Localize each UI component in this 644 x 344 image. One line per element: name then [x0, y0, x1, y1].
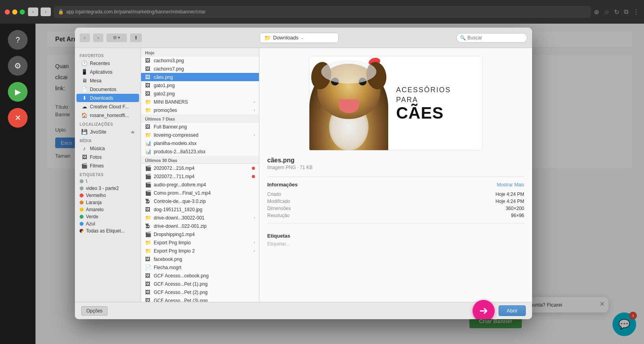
file-name-gcf1: GCF Acesso...cebook.png [154, 273, 255, 279]
file-item-audio[interactable]: 🎬 audio-pregr...dolivre.mp4 [141, 180, 259, 189]
file-item-export2[interactable]: 📁 Export Png limpio 2 › [141, 247, 259, 255]
file-item-dog[interactable]: 🖼 dog-1951211_1920.jpg [141, 205, 259, 214]
file-item-controle[interactable]: 🗜 Controle-de...que-3.0.zip [141, 197, 259, 205]
file-name-produtos: produtos-2...8a5123.xlsx [154, 149, 255, 154]
etiqueta-label-todas: Todas as Etiquet... [86, 228, 125, 234]
file-item-fullbanner[interactable]: 🖼 Full Banner.png [141, 123, 259, 131]
settings-button[interactable]: ⚙ [8, 56, 28, 76]
file-item-produtos[interactable]: 📊 produtos-2...8a5123.xlsx [141, 147, 259, 156]
etiqueta-item-azul[interactable]: Azul [75, 220, 141, 227]
etiquetas-section: Etiquetas Etiquetar... [267, 223, 524, 247]
sidebar-item-downloads[interactable]: ⬇ Downloads [76, 94, 139, 102]
refresh-icon[interactable]: ↻ [614, 8, 619, 16]
close-button[interactable]: ✕ [8, 108, 28, 128]
folder-icon-export2: 📁 [145, 248, 151, 254]
sidebar-item-fotos[interactable]: 🖼 Fotos [76, 153, 139, 161]
file-item-gcf4[interactable]: 🖼 GCF Acesso...Pet (3).png [141, 296, 259, 302]
forward-btn[interactable]: › [41, 7, 51, 16]
etiqueta-item-backslash[interactable]: \ [75, 178, 141, 185]
file-name-dropshipping: Dropshipping1.mp4 [154, 232, 255, 237]
etiqueta-item-laranja[interactable]: Laranja [75, 199, 141, 206]
sidebar-item-recentes[interactable]: 🕐 Recentes [76, 59, 139, 67]
drive-icon: 💾 [81, 129, 87, 135]
dog-preview: ACESSÓRIOS PARA CÃES [309, 56, 482, 150]
folder-arrow-promo-icon: › [254, 108, 255, 112]
open-button[interactable]: Abrir [499, 305, 526, 316]
url-bar[interactable]: 🔒 app.lojaintegrada.com.br/painel/market… [54, 6, 591, 18]
file-item-promocoes[interactable]: 📁 promoções › [141, 106, 259, 114]
help-button[interactable]: ? [8, 30, 28, 50]
etiquetas-section-label: Etiquetas [75, 170, 141, 178]
image-icon-10: 🖼 [145, 281, 151, 287]
file-item-gato1[interactable]: 🖼 gato1.png [141, 81, 259, 89]
file-item-como-prom[interactable]: 🎬 Como prom...Final_v1.mp4 [141, 189, 259, 197]
etiqueta-item-vermelho[interactable]: Vermelho [75, 192, 141, 199]
finder-forward-btn[interactable]: › [93, 33, 103, 42]
file-item-flecha[interactable]: 📄 Flecha.mogrt [141, 263, 259, 271]
file-item-gcf3[interactable]: 🖼 GCF Acesso...Pet (2).png [141, 288, 259, 296]
file-item-mini-banners[interactable]: 📁 MINI BANNERS › [141, 98, 259, 106]
file-item-cachorro3[interactable]: 🖼 cachorro3.png [141, 56, 259, 65]
sidebar-item-filmes[interactable]: 🎬 Filmes [76, 162, 139, 170]
file-item-gcf2[interactable]: 🖼 GCF Acesso...Pet (1).png [141, 280, 259, 288]
etiqueta-item-video3[interactable]: video 3 - parte2 [75, 185, 141, 192]
file-item-iloveimg[interactable]: 📁 iloveimg-compressed › [141, 131, 259, 139]
file-name-fullbanner: Full Banner.png [154, 124, 255, 130]
file-item-drive1[interactable]: 📁 drive-downl...30022-001 › [141, 214, 259, 222]
mostrar-mais-link[interactable]: Mostrar Mais [497, 182, 524, 188]
etiqueta-item-amarelo[interactable]: Amarelo [75, 206, 141, 213]
image-icon: 🖼 [145, 58, 151, 63]
file-item-gcf1[interactable]: 🖼 GCF Acesso...cebook.png [141, 271, 259, 280]
sidebar-item-aplicativos[interactable]: 📱 Aplicativos [76, 68, 139, 76]
eject-icon[interactable]: ⏏ [131, 130, 134, 134]
finder-search[interactable]: 🔍 [456, 33, 527, 43]
file-name-export2: Export Png limpio 2 [154, 248, 251, 254]
etiqueta-input[interactable]: Etiquetar... [267, 241, 524, 247]
file-name-gcf3: GCF Acesso...Pet (2).png [154, 290, 255, 295]
star-icon[interactable]: ☆ [604, 8, 609, 16]
sidebar-item-creative-cloud[interactable]: ☁ Creative Cloud F... [76, 102, 139, 111]
file-item-caes[interactable]: 🖼 cães.png [141, 73, 259, 81]
file-item-video1[interactable]: 🎬 2020072...216.mp4 [141, 164, 259, 172]
settings-icon[interactable]: ⋮ [633, 8, 639, 16]
close-window-btn[interactable] [5, 9, 10, 15]
maximize-window-btn[interactable] [20, 9, 25, 15]
file-item-cachorro7[interactable]: 🖼 cachorro7.png [141, 65, 259, 73]
file-name-promocoes: promoções [154, 108, 251, 113]
file-item-dropshipping[interactable]: 🎬 Dropshipping1.mp4 [141, 230, 259, 238]
sidebar-item-documentos[interactable]: 📄 Documentos [76, 85, 139, 93]
minimize-window-btn[interactable] [12, 9, 17, 15]
file-item-planilha[interactable]: 📊 planilha-modelo.xlsx [141, 139, 259, 147]
sidebar-item-musica[interactable]: ♪ Música [76, 144, 139, 152]
options-button[interactable]: Opções [81, 306, 108, 316]
finder-back-btn[interactable]: ‹ [80, 33, 90, 42]
file-item-gato2[interactable]: 🖼 gato2.png [141, 89, 259, 98]
etiqueta-dot-gray2 [80, 186, 84, 190]
file-item-drive2[interactable]: 🗜 drive-downl...022-001.zip [141, 222, 259, 230]
finder-view-btn[interactable]: ⊞ ▾ [106, 33, 127, 42]
play-button[interactable]: ▶ [8, 82, 28, 102]
file-item-video2[interactable]: 🎬 2020072...711.mp4 [141, 172, 259, 180]
image-icon-12: 🖼 [145, 298, 151, 302]
sidebar-item-mesa[interactable]: 🖥 Mesa [76, 76, 139, 85]
sidebar-item-rosane[interactable]: 🏠 rosane_homeoffi... [76, 111, 139, 119]
pink-arrow-button[interactable] [473, 300, 495, 320]
file-item-facebook[interactable]: 🖼 facebook.png [141, 255, 259, 263]
search-input[interactable] [467, 35, 524, 41]
music-icon: ♪ [81, 145, 87, 151]
back-btn[interactable]: ‹ [28, 7, 38, 16]
finder-action-btn[interactable]: ⬆ [130, 33, 142, 42]
image-icon-2: 🖼 [145, 66, 151, 72]
sidebar-item-jivosite[interactable]: 💾 JivoSite ⏏ [76, 128, 139, 136]
etiqueta-item-todas[interactable]: Todas as Etiquet... [75, 227, 141, 234]
dog-illustration [309, 56, 388, 150]
zoom-icon[interactable]: ⊕ [594, 8, 599, 16]
file-item-export1[interactable]: 📁 Export Png limpio › [141, 238, 259, 247]
folder-icon-export1: 📁 [145, 240, 151, 245]
etiqueta-dot-orange [80, 201, 84, 205]
extensions-icon[interactable]: ⧉ [624, 8, 628, 15]
etiqueta-item-verde[interactable]: Verde [75, 213, 141, 220]
file-name-export1: Export Png limpio [154, 240, 251, 245]
etiqueta-label-amarelo: Amarelo [86, 207, 104, 212]
chevron-down-icon: ▾ [118, 35, 120, 40]
